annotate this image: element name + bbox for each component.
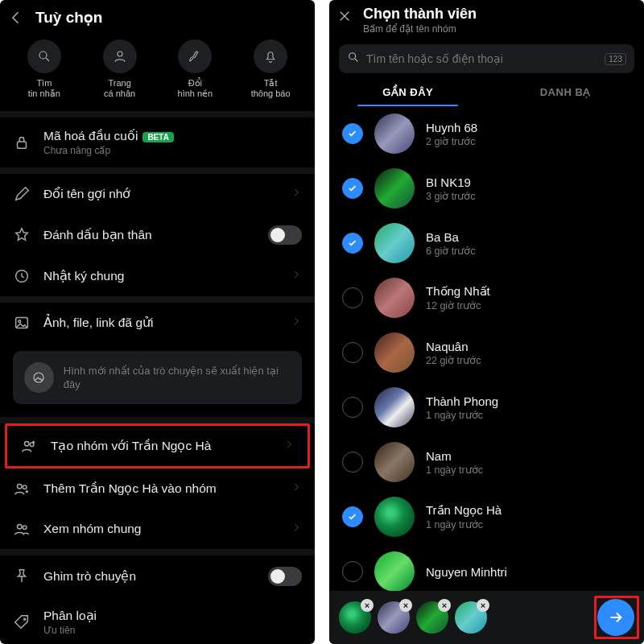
member-row[interactable]: Trần Ngọc Hà1 ngày trước <box>329 489 644 544</box>
chevron-right-icon <box>291 269 302 283</box>
row-label: Mã hoá đầu cuối <box>43 129 138 142</box>
create-group-row[interactable]: Tạo nhóm với Trần Ngọc Hà <box>7 426 308 466</box>
search-icon <box>27 39 61 73</box>
pin-row[interactable]: Ghim trò chuyện <box>0 555 315 597</box>
e2ee-row[interactable]: Mã hoá đầu cuốiBETA Chưa nâng cấp <box>0 118 315 167</box>
view-common-groups-row[interactable]: Xem nhóm chung <box>0 509 315 549</box>
category-row[interactable]: Phân loại Ưu tiên <box>0 597 315 639</box>
mutual-diary-row[interactable]: Nhật ký chung <box>0 256 315 296</box>
search-bar[interactable]: 123 <box>339 44 634 73</box>
member-row[interactable]: Huynh 682 giờ trước <box>329 106 644 161</box>
beta-badge: BETA <box>142 132 173 142</box>
remove-chip-icon[interactable]: × <box>477 599 489 612</box>
svg-point-0 <box>39 52 47 59</box>
bestfriend-row[interactable]: Đánh dấu bạn thân <box>0 214 315 256</box>
svg-point-7 <box>25 442 30 447</box>
close-icon[interactable] <box>337 9 352 23</box>
member-name: Huynh 68 <box>426 121 477 134</box>
checkbox-icon[interactable] <box>342 561 363 582</box>
svg-point-5 <box>19 320 21 323</box>
member-time: 1 ngày trước <box>426 409 498 421</box>
checkbox-icon[interactable] <box>342 397 363 418</box>
search-input[interactable] <box>366 52 598 65</box>
member-name: Nguyen Minhtri <box>426 565 507 579</box>
tab-recent[interactable]: GẦN ĐÂY <box>329 78 487 106</box>
checkbox-checked-icon[interactable] <box>342 178 363 199</box>
add-to-group-row[interactable]: Thêm Trần Ngọc Hà vào nhóm <box>0 469 315 509</box>
group-name-hint[interactable]: Bấm để đặt tên nhóm <box>363 23 477 35</box>
svg-point-12 <box>23 526 27 530</box>
member-time: 6 giờ trước <box>426 245 476 257</box>
avatar <box>374 223 415 263</box>
options-screen: Tuỳ chọn Tìm tin nhắn Trang cá nhân Đổi … <box>0 0 315 644</box>
checkbox-checked-icon[interactable] <box>342 233 363 254</box>
chevron-right-icon <box>291 316 302 330</box>
member-time: 2 giờ trước <box>426 135 477 147</box>
checkbox-icon[interactable] <box>342 287 363 308</box>
quick-actions: Tìm tin nhắn Trang cá nhân Đổi hình nền … <box>0 31 315 111</box>
row-label: Ghim trò chuyện <box>43 569 136 584</box>
selected-chip[interactable]: × <box>416 601 448 634</box>
row-label: Nhật ký chung <box>43 269 124 283</box>
rename-row[interactable]: Đổi tên gợi nhớ <box>0 174 315 214</box>
avatar <box>374 332 415 373</box>
member-row[interactable]: BI NK193 giờ trước <box>329 161 644 216</box>
member-row[interactable]: Thành Phong1 ngày trước <box>329 380 644 435</box>
chevron-right-icon <box>291 187 302 201</box>
selected-chip[interactable]: × <box>339 601 371 634</box>
avatar <box>374 387 415 427</box>
group-icon <box>13 520 31 538</box>
quick-wallpaper[interactable]: Đổi hình nền <box>163 39 226 98</box>
media-row[interactable]: Ảnh, file, link đã gửi <box>0 303 315 343</box>
search-icon <box>347 51 360 67</box>
toggle-off[interactable] <box>268 567 302 586</box>
lock-icon <box>13 134 31 151</box>
header: Tuỳ chọn <box>0 0 315 31</box>
profile-icon <box>103 39 137 73</box>
star-icon <box>13 226 31 244</box>
checkbox-checked-icon[interactable] <box>342 123 363 144</box>
pin-icon <box>13 568 31 585</box>
checkbox-icon[interactable] <box>342 342 363 363</box>
quick-search[interactable]: Tìm tin nhắn <box>13 39 76 98</box>
selected-chip[interactable]: × <box>378 601 410 634</box>
svg-point-1 <box>118 52 122 56</box>
member-row[interactable]: Naquân22 giờ trước <box>329 325 644 380</box>
remove-chip-icon[interactable]: × <box>361 599 374 612</box>
avatar <box>374 497 415 537</box>
member-name: Ba Ba <box>426 230 476 244</box>
continue-button[interactable] <box>597 599 634 636</box>
selected-chip[interactable]: × <box>455 601 487 634</box>
quick-mute[interactable]: Tắt thông báo <box>239 39 302 98</box>
pencil-icon <box>13 185 31 203</box>
member-time: 12 giờ trước <box>426 299 490 312</box>
row-label: Thêm Trần Ngọc Hà vào nhóm <box>43 481 217 496</box>
member-name: Thành Phong <box>426 394 498 408</box>
back-icon[interactable] <box>8 10 24 26</box>
member-row[interactable]: Nam1 ngày trước <box>329 435 644 489</box>
avatar <box>374 278 415 318</box>
remove-chip-icon[interactable]: × <box>438 599 451 612</box>
tab-contacts[interactable]: DANH BẠ <box>487 78 645 106</box>
checkbox-icon[interactable] <box>342 452 363 473</box>
remove-chip-icon[interactable]: × <box>399 599 412 612</box>
checkbox-checked-icon[interactable] <box>342 506 363 527</box>
bell-icon <box>254 39 287 73</box>
chevron-right-icon <box>291 522 302 536</box>
svg-point-11 <box>18 525 23 530</box>
member-name: BI NK19 <box>426 175 476 189</box>
quick-label: Tìm tin nhắn <box>28 78 60 98</box>
quick-profile[interactable]: Trang cá nhân <box>89 39 151 98</box>
group-plus-icon <box>13 480 31 497</box>
member-row[interactable]: Thống Nhất12 giờ trước <box>329 270 644 325</box>
toggle-off[interactable] <box>268 225 302 245</box>
avatar <box>374 168 415 208</box>
keypad-toggle[interactable]: 123 <box>605 53 626 65</box>
header: Chọn thành viên Bấm để đặt tên nhóm <box>329 0 644 39</box>
page-title: Tuỳ chọn <box>35 8 102 27</box>
member-row[interactable]: Ba Ba6 giờ trước <box>329 216 644 270</box>
member-name: Thống Nhất <box>426 284 490 299</box>
svg-point-10 <box>23 485 27 489</box>
member-name: Nam <box>426 449 483 463</box>
row-label: Phân loại <box>43 609 97 623</box>
